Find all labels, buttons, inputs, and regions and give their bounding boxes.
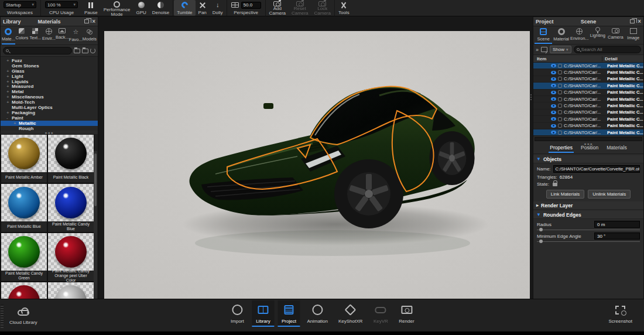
- scene-tree-row[interactable]: C:/SHANTO/Car/... Paint Metallic C...: [533, 63, 643, 69]
- material-thumbnail[interactable]: Paint Metallic Candy Green: [1, 233, 47, 282]
- tree-item[interactable]: + Fuzz: [1, 58, 98, 63]
- visibility-eye-icon[interactable]: [551, 104, 556, 108]
- thumbnails-scrollbar[interactable]: [94, 151, 97, 317]
- library-search-input[interactable]: [11, 48, 69, 53]
- sync-folder-icon[interactable]: [82, 49, 88, 53]
- add-folder-icon[interactable]: [74, 49, 80, 53]
- expand-toggle[interactable]: +: [6, 89, 12, 94]
- library-tab[interactable]: Envir...: [42, 28, 56, 45]
- ghost-toggle-icon[interactable]: [558, 110, 562, 114]
- expand-toggle[interactable]: +: [6, 94, 12, 100]
- object-name-field[interactable]: C:/SHANTO/Car/Corvette/Corvette_PBR.obj: [553, 165, 640, 173]
- tumble-button[interactable]: Tumble: [174, 0, 195, 16]
- visibility-eye-icon[interactable]: [551, 91, 556, 94]
- visibility-eye-icon[interactable]: [551, 111, 556, 114]
- visibility-eye-icon[interactable]: [551, 131, 556, 134]
- visibility-eye-icon[interactable]: [551, 71, 556, 74]
- scene-tree-row[interactable]: C:/SHANTO/Car/... Paint Metallic C...: [533, 76, 643, 83]
- pause-button[interactable]: Pause: [81, 0, 101, 16]
- expand-toggle[interactable]: +: [6, 74, 12, 79]
- bottom-toolbar-button[interactable]: Render: [395, 300, 417, 327]
- screenshot-button[interactable]: Screenshot: [605, 300, 636, 327]
- visibility-eye-icon[interactable]: [551, 124, 556, 128]
- ghost-toggle-icon[interactable]: [558, 77, 562, 81]
- visibility-eye-icon[interactable]: [551, 84, 556, 87]
- perspective-field[interactable]: 50.0: [241, 2, 261, 9]
- workspace-dropdown[interactable]: Startup▾: [4, 1, 36, 8]
- ghost-toggle-icon[interactable]: [558, 64, 562, 68]
- bottom-toolbar-button[interactable]: KeyShotXR: [335, 300, 366, 327]
- render-layer-section-header[interactable]: ▸ Render Layer: [533, 201, 643, 210]
- ghost-toggle-icon[interactable]: [558, 124, 562, 128]
- library-search-box[interactable]: [3, 47, 72, 54]
- project-tab[interactable]: Image: [625, 28, 642, 44]
- viewport-3d[interactable]: [104, 31, 530, 299]
- refresh-icon[interactable]: [90, 48, 95, 53]
- gpu-button[interactable]: GPU: [133, 0, 149, 16]
- bottom-toolbar-button[interactable]: Project: [278, 300, 300, 327]
- material-thumbnail[interactable]: [47, 282, 94, 300]
- ghost-toggle-icon[interactable]: [558, 84, 562, 88]
- expand-toggle[interactable]: +: [6, 69, 12, 74]
- edit-list-icon[interactable]: [541, 47, 547, 52]
- expand-toggle[interactable]: +: [13, 121, 19, 126]
- tree-item[interactable]: Multi-Layer Optics: [1, 105, 98, 110]
- expand-toggle[interactable]: +: [6, 79, 12, 84]
- material-thumbnail[interactable]: Paint Metallic Candy Blue: [47, 183, 94, 233]
- radius-field[interactable]: 0 m: [594, 221, 640, 228]
- scene-tree-row[interactable]: C:/SHANTO/Car/... Paint Metallic C...: [533, 69, 643, 76]
- cpu-usage-dropdown[interactable]: 100 %▾: [45, 1, 78, 8]
- subtab[interactable]: Position: [580, 145, 600, 153]
- expand-toggle[interactable]: +: [6, 84, 12, 89]
- ghost-toggle-icon[interactable]: [558, 97, 562, 101]
- min-edge-angle-slider[interactable]: [537, 241, 640, 242]
- tree-item[interactable]: + Miscellaneous: [1, 94, 98, 100]
- ghost-toggle-icon[interactable]: [558, 90, 562, 94]
- pan-button[interactable]: Pan: [196, 0, 210, 16]
- cloud-library-button[interactable]: Cloud Library: [6, 302, 41, 328]
- scene-tree-row[interactable]: C:/SHANTO/Car/... Paint Metallic C...: [533, 83, 643, 89]
- library-tab[interactable]: Mate...: [2, 28, 15, 45]
- library-tab[interactable]: Back...: [56, 28, 69, 45]
- scene-search-input[interactable]: [581, 47, 638, 52]
- denoise-button[interactable]: Denoise: [149, 0, 172, 16]
- project-tab[interactable]: Scene: [535, 28, 552, 44]
- material-thumbnail[interactable]: Paint Metallic Black: [47, 134, 94, 183]
- expand-toggle[interactable]: +: [6, 100, 12, 105]
- scene-tree-row[interactable]: C:/SHANTO/Car/... Paint Metallic C...: [533, 90, 643, 96]
- expand-all-icon[interactable]: »: [536, 47, 539, 53]
- min-edge-angle-field[interactable]: 30 °: [594, 233, 640, 240]
- float-panel-icon[interactable]: [84, 19, 89, 23]
- show-dropdown[interactable]: Show▾: [550, 46, 571, 53]
- library-tab[interactable]: Text...: [29, 28, 42, 45]
- close-icon[interactable]: ×: [92, 19, 95, 24]
- panel-grip[interactable]: [530, 94, 532, 100]
- link-materials-button[interactable]: Link Materials: [546, 190, 584, 199]
- visibility-eye-icon[interactable]: [551, 117, 556, 121]
- add-camera-button[interactable]: Add Camera: [266, 0, 289, 16]
- ghost-toggle-icon[interactable]: [558, 104, 562, 108]
- performance-mode-button[interactable]: Performance Mode: [101, 0, 133, 16]
- library-tab[interactable]: Favo...: [69, 28, 83, 45]
- visibility-eye-icon[interactable]: [551, 77, 556, 81]
- subtab[interactable]: Properties: [549, 145, 574, 153]
- library-tab[interactable]: Colors: [15, 28, 29, 45]
- bottom-toolbar-button[interactable]: KeyVR: [369, 300, 392, 327]
- tree-item[interactable]: + Measured: [1, 84, 98, 89]
- material-thumbnail[interactable]: Paint Metallic Blue: [1, 183, 47, 233]
- tree-item[interactable]: + Light: [1, 74, 98, 79]
- close-icon[interactable]: ×: [638, 19, 641, 24]
- ghost-toggle-icon[interactable]: [558, 131, 562, 135]
- float-panel-icon[interactable]: [630, 19, 635, 23]
- tools-button[interactable]: Tools: [335, 0, 352, 16]
- visibility-eye-icon[interactable]: [551, 97, 556, 101]
- tree-item[interactable]: + Metallic: [1, 121, 98, 126]
- dolly-button[interactable]: ↓ Dolly: [210, 0, 226, 16]
- project-tab[interactable]: Lighting: [589, 28, 607, 44]
- unlink-materials-button[interactable]: Unlink Materials: [588, 190, 631, 199]
- project-tab[interactable]: Camera: [607, 28, 624, 44]
- bottom-toolbar-button[interactable]: Animation: [303, 300, 331, 327]
- objects-section-header[interactable]: ▼ Objects: [533, 155, 643, 163]
- item-column-header[interactable]: Item: [533, 56, 602, 61]
- bottom-toolbar-button[interactable]: Import: [226, 300, 248, 327]
